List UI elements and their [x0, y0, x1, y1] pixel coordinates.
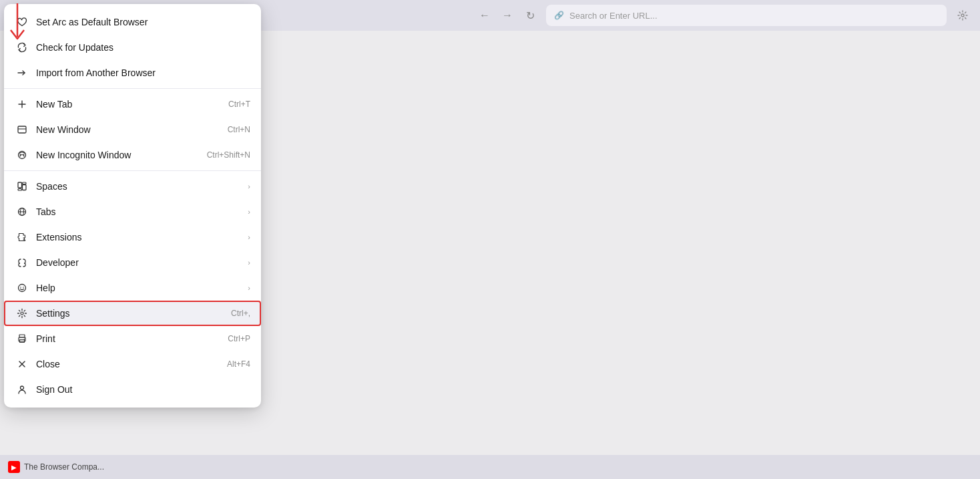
youtube-icon: ▶	[8, 461, 20, 473]
print-label: Print	[36, 333, 228, 344]
help-chevron: ›	[248, 284, 250, 292]
svg-point-28	[21, 386, 24, 389]
plus-icon	[15, 97, 29, 112]
sign-out-label: Sign Out	[36, 384, 250, 395]
settings-shortcut: Ctrl+,	[231, 309, 250, 318]
menu-item-sign-out[interactable]: Sign Out	[4, 377, 261, 402]
menu-item-tabs[interactable]: Tabs ›	[4, 199, 261, 224]
divider-2	[4, 170, 261, 171]
tabs-label: Tabs	[36, 206, 248, 217]
menu-item-set-default[interactable]: Set Arc as Default Browser	[4, 9, 261, 35]
svg-point-19	[20, 287, 21, 288]
svg-rect-22	[19, 335, 25, 337]
reload-button[interactable]: ↻	[521, 6, 539, 25]
toolbar-settings-button[interactable]	[953, 6, 972, 25]
smiley-icon	[15, 281, 29, 295]
svg-point-25	[24, 339, 25, 339]
nav-controls: ← → ↻	[475, 6, 539, 25]
x-icon	[15, 357, 29, 371]
menu-item-developer[interactable]: Developer ›	[4, 250, 261, 275]
menu-item-import[interactable]: Import from Another Browser	[4, 60, 261, 86]
extensions-chevron: ›	[248, 233, 250, 241]
new-incognito-label: New Incognito Window	[36, 150, 207, 160]
svg-rect-6	[18, 126, 26, 133]
svg-point-9	[20, 154, 21, 156]
globe-icon	[15, 204, 29, 219]
check-updates-label: Check for Updates	[36, 42, 250, 53]
menu-item-new-tab[interactable]: New Tab Ctrl+T	[4, 92, 261, 117]
bottom-tab-label: The Browser Compa...	[24, 462, 104, 472]
developer-chevron: ›	[248, 259, 250, 267]
svg-point-21	[21, 312, 23, 315]
new-incognito-shortcut: Ctrl+Shift+N	[207, 150, 250, 160]
svg-point-10	[23, 154, 25, 156]
svg-point-2	[961, 14, 964, 17]
import-arrow-icon	[15, 65, 29, 80]
tabs-chevron: ›	[248, 208, 250, 216]
back-button[interactable]: ←	[475, 6, 494, 25]
spaces-label: Spaces	[36, 181, 248, 192]
window-icon	[15, 122, 29, 137]
bottom-tab-item[interactable]: ▶ The Browser Compa...	[8, 461, 104, 473]
refresh-icon	[15, 40, 29, 55]
spaces-chevron: ›	[248, 182, 250, 190]
import-label: Import from Another Browser	[36, 67, 250, 78]
person-icon	[15, 382, 29, 397]
help-label: Help	[36, 283, 248, 293]
developer-label: Developer	[36, 257, 248, 268]
braces-icon	[15, 255, 29, 270]
url-placeholder: Search or Enter URL...	[569, 11, 658, 21]
puzzle-icon	[15, 230, 29, 245]
new-tab-label: New Tab	[36, 99, 228, 110]
new-tab-shortcut: Ctrl+T	[228, 100, 250, 109]
heart-icon	[15, 15, 29, 29]
menu-item-new-window[interactable]: New Window Ctrl+N	[4, 117, 261, 142]
svg-rect-14	[23, 185, 27, 190]
settings-label: Settings	[36, 308, 231, 319]
close-shortcut: Alt+F4	[227, 359, 250, 369]
close-label: Close	[36, 359, 227, 369]
forward-button[interactable]: →	[498, 6, 517, 25]
gear-icon	[15, 306, 29, 321]
set-default-label: Set Arc as Default Browser	[36, 17, 250, 27]
print-shortcut: Ctrl+P	[228, 334, 250, 343]
menu-item-extensions[interactable]: Extensions ›	[4, 224, 261, 250]
arc-dropdown-menu: Set Arc as Default Browser Check for Upd…	[4, 4, 261, 408]
svg-point-20	[23, 287, 24, 288]
menu-item-print[interactable]: Print Ctrl+P	[4, 326, 261, 351]
svg-rect-13	[23, 182, 27, 184]
url-bar[interactable]: 🔗 Search or Enter URL...	[546, 5, 947, 26]
bottom-tab-bar: ▶ The Browser Compa...	[0, 455, 980, 479]
menu-item-check-updates[interactable]: Check for Updates	[4, 35, 261, 60]
spaces-icon	[15, 179, 29, 194]
new-window-label: New Window	[36, 124, 228, 135]
menu-item-spaces[interactable]: Spaces ›	[4, 174, 261, 199]
extensions-label: Extensions	[36, 232, 248, 243]
new-window-shortcut: Ctrl+N	[228, 125, 250, 134]
menu-item-new-incognito[interactable]: New Incognito Window Ctrl+Shift+N	[4, 142, 261, 168]
svg-point-18	[19, 285, 26, 292]
menu-item-help[interactable]: Help ›	[4, 275, 261, 301]
svg-rect-11	[18, 182, 22, 188]
menu-item-settings[interactable]: Settings Ctrl+,	[4, 301, 261, 326]
svg-rect-12	[18, 189, 22, 191]
divider-1	[4, 88, 261, 89]
incognito-icon	[15, 148, 29, 162]
printer-icon	[15, 331, 29, 346]
menu-item-close[interactable]: Close Alt+F4	[4, 351, 261, 377]
